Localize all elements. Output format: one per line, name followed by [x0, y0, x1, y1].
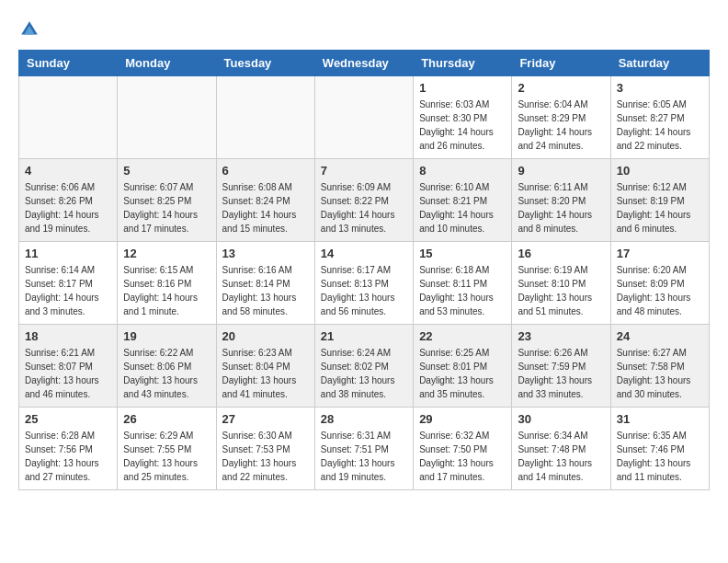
weekday-header-tuesday: Tuesday	[216, 51, 314, 76]
day-info: Sunrise: 6:14 AM Sunset: 8:17 PM Dayligh…	[25, 263, 111, 318]
day-cell: 10Sunrise: 6:12 AM Sunset: 8:19 PM Dayli…	[610, 159, 709, 242]
day-cell: 30Sunrise: 6:34 AM Sunset: 7:48 PM Dayli…	[512, 408, 610, 490]
day-info: Sunrise: 6:04 AM Sunset: 8:29 PM Dayligh…	[518, 98, 604, 153]
day-number: 30	[518, 412, 604, 426]
logo-icon	[18, 18, 40, 40]
day-info: Sunrise: 6:18 AM Sunset: 8:11 PM Dayligh…	[419, 263, 506, 318]
day-info: Sunrise: 6:28 AM Sunset: 7:56 PM Dayligh…	[25, 429, 111, 484]
week-row-5: 25Sunrise: 6:28 AM Sunset: 7:56 PM Dayli…	[19, 408, 710, 490]
day-cell: 21Sunrise: 6:24 AM Sunset: 8:02 PM Dayli…	[314, 325, 413, 408]
day-cell: 9Sunrise: 6:11 AM Sunset: 8:20 PM Daylig…	[512, 159, 610, 242]
day-cell	[118, 76, 216, 159]
day-cell: 2Sunrise: 6:04 AM Sunset: 8:29 PM Daylig…	[512, 76, 610, 159]
day-number: 2	[518, 81, 604, 95]
day-cell	[216, 76, 314, 159]
day-number: 27	[222, 412, 309, 426]
day-cell	[19, 76, 118, 159]
day-number: 14	[321, 247, 407, 260]
calendar-table: SundayMondayTuesdayWednesdayThursdayFrid…	[18, 50, 710, 490]
day-cell: 7Sunrise: 6:09 AM Sunset: 8:22 PM Daylig…	[314, 159, 413, 242]
day-cell: 23Sunrise: 6:26 AM Sunset: 7:59 PM Dayli…	[512, 325, 610, 408]
day-info: Sunrise: 6:03 AM Sunset: 8:30 PM Dayligh…	[419, 98, 506, 153]
day-cell: 17Sunrise: 6:20 AM Sunset: 8:09 PM Dayli…	[610, 242, 709, 325]
day-info: Sunrise: 6:24 AM Sunset: 8:02 PM Dayligh…	[321, 346, 407, 401]
weekday-header-friday: Friday	[512, 51, 610, 76]
weekday-header-row: SundayMondayTuesdayWednesdayThursdayFrid…	[19, 51, 710, 76]
day-info: Sunrise: 6:05 AM Sunset: 8:27 PM Dayligh…	[617, 98, 703, 153]
day-cell: 3Sunrise: 6:05 AM Sunset: 8:27 PM Daylig…	[610, 76, 709, 159]
day-info: Sunrise: 6:35 AM Sunset: 7:46 PM Dayligh…	[617, 429, 703, 484]
day-number: 31	[617, 412, 703, 426]
day-info: Sunrise: 6:20 AM Sunset: 8:09 PM Dayligh…	[617, 263, 703, 318]
day-cell	[314, 76, 413, 159]
day-info: Sunrise: 6:09 AM Sunset: 8:22 PM Dayligh…	[321, 180, 407, 236]
day-info: Sunrise: 6:22 AM Sunset: 8:06 PM Dayligh…	[123, 346, 210, 401]
logo	[18, 18, 44, 40]
week-row-2: 4Sunrise: 6:06 AM Sunset: 8:26 PM Daylig…	[19, 159, 710, 242]
day-number: 22	[419, 329, 506, 343]
day-number: 19	[123, 329, 210, 343]
weekday-header-monday: Monday	[118, 51, 216, 76]
day-info: Sunrise: 6:30 AM Sunset: 7:53 PM Dayligh…	[222, 429, 309, 484]
day-number: 16	[518, 247, 604, 260]
weekday-header-sunday: Sunday	[19, 51, 118, 76]
day-cell: 16Sunrise: 6:19 AM Sunset: 8:10 PM Dayli…	[512, 242, 610, 325]
day-number: 17	[617, 247, 703, 260]
day-info: Sunrise: 6:16 AM Sunset: 8:14 PM Dayligh…	[222, 263, 309, 318]
day-cell: 8Sunrise: 6:10 AM Sunset: 8:21 PM Daylig…	[414, 159, 512, 242]
day-number: 25	[25, 412, 111, 426]
day-cell: 18Sunrise: 6:21 AM Sunset: 8:07 PM Dayli…	[19, 325, 118, 408]
weekday-header-wednesday: Wednesday	[314, 51, 413, 76]
day-number: 18	[25, 329, 111, 343]
day-cell: 29Sunrise: 6:32 AM Sunset: 7:50 PM Dayli…	[414, 408, 512, 490]
day-number: 4	[25, 164, 111, 178]
weekday-header-saturday: Saturday	[610, 51, 709, 76]
day-cell: 24Sunrise: 6:27 AM Sunset: 7:58 PM Dayli…	[610, 325, 709, 408]
day-cell: 22Sunrise: 6:25 AM Sunset: 8:01 PM Dayli…	[414, 325, 512, 408]
day-info: Sunrise: 6:07 AM Sunset: 8:25 PM Dayligh…	[123, 180, 210, 236]
day-info: Sunrise: 6:11 AM Sunset: 8:20 PM Dayligh…	[518, 180, 604, 236]
day-info: Sunrise: 6:34 AM Sunset: 7:48 PM Dayligh…	[518, 429, 604, 484]
day-number: 24	[617, 329, 703, 343]
day-info: Sunrise: 6:32 AM Sunset: 7:50 PM Dayligh…	[419, 429, 506, 484]
day-info: Sunrise: 6:27 AM Sunset: 7:58 PM Dayligh…	[617, 346, 703, 401]
day-number: 3	[617, 81, 703, 95]
day-cell: 1Sunrise: 6:03 AM Sunset: 8:30 PM Daylig…	[414, 76, 512, 159]
weekday-header-thursday: Thursday	[414, 51, 512, 76]
day-number: 15	[419, 247, 506, 260]
day-info: Sunrise: 6:19 AM Sunset: 8:10 PM Dayligh…	[518, 263, 604, 318]
day-number: 12	[123, 247, 210, 260]
day-cell: 26Sunrise: 6:29 AM Sunset: 7:55 PM Dayli…	[118, 408, 216, 490]
day-info: Sunrise: 6:23 AM Sunset: 8:04 PM Dayligh…	[222, 346, 309, 401]
week-row-3: 11Sunrise: 6:14 AM Sunset: 8:17 PM Dayli…	[19, 242, 710, 325]
day-cell: 5Sunrise: 6:07 AM Sunset: 8:25 PM Daylig…	[118, 159, 216, 242]
day-number: 1	[419, 81, 506, 95]
day-cell: 28Sunrise: 6:31 AM Sunset: 7:51 PM Dayli…	[314, 408, 413, 490]
day-number: 8	[419, 164, 506, 178]
day-info: Sunrise: 6:29 AM Sunset: 7:55 PM Dayligh…	[123, 429, 210, 484]
day-cell: 6Sunrise: 6:08 AM Sunset: 8:24 PM Daylig…	[216, 159, 314, 242]
day-number: 6	[222, 164, 309, 178]
day-number: 10	[617, 164, 703, 178]
day-cell: 31Sunrise: 6:35 AM Sunset: 7:46 PM Dayli…	[610, 408, 709, 490]
day-info: Sunrise: 6:15 AM Sunset: 8:16 PM Dayligh…	[123, 263, 210, 318]
day-number: 20	[222, 329, 309, 343]
day-number: 26	[123, 412, 210, 426]
day-number: 5	[123, 164, 210, 178]
week-row-1: 1Sunrise: 6:03 AM Sunset: 8:30 PM Daylig…	[19, 76, 710, 159]
day-number: 7	[321, 164, 407, 178]
day-info: Sunrise: 6:10 AM Sunset: 8:21 PM Dayligh…	[419, 180, 506, 236]
day-cell: 4Sunrise: 6:06 AM Sunset: 8:26 PM Daylig…	[19, 159, 118, 242]
day-number: 23	[518, 329, 604, 343]
day-info: Sunrise: 6:26 AM Sunset: 7:59 PM Dayligh…	[518, 346, 604, 401]
day-cell: 13Sunrise: 6:16 AM Sunset: 8:14 PM Dayli…	[216, 242, 314, 325]
day-info: Sunrise: 6:06 AM Sunset: 8:26 PM Dayligh…	[25, 180, 111, 236]
day-info: Sunrise: 6:21 AM Sunset: 8:07 PM Dayligh…	[25, 346, 111, 401]
day-cell: 12Sunrise: 6:15 AM Sunset: 8:16 PM Dayli…	[118, 242, 216, 325]
day-cell: 25Sunrise: 6:28 AM Sunset: 7:56 PM Dayli…	[19, 408, 118, 490]
day-number: 13	[222, 247, 309, 260]
page-header	[18, 18, 710, 40]
day-number: 11	[25, 247, 111, 260]
day-info: Sunrise: 6:17 AM Sunset: 8:13 PM Dayligh…	[321, 263, 407, 318]
day-cell: 11Sunrise: 6:14 AM Sunset: 8:17 PM Dayli…	[19, 242, 118, 325]
